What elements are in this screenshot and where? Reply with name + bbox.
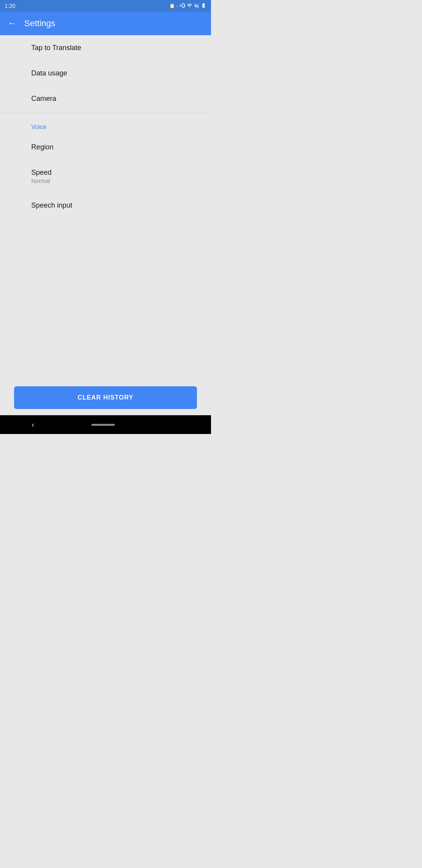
clipboard-icon: 📋 xyxy=(169,3,175,9)
back-button[interactable]: ← xyxy=(6,18,18,29)
clear-history-container: CLEAR HISTORY xyxy=(0,382,211,415)
settings-item-region[interactable]: Region xyxy=(0,135,211,160)
spacer xyxy=(0,218,211,382)
sync-icon: ◦ xyxy=(177,3,178,9)
speech-input-label: Speech input xyxy=(31,201,72,209)
page-title: Settings xyxy=(24,18,55,29)
region-label: Region xyxy=(31,143,54,151)
nav-home-indicator[interactable] xyxy=(91,424,115,426)
speed-label: Speed xyxy=(31,169,52,176)
settings-list: Tap to Translate Data usage Camera Voice… xyxy=(0,35,211,218)
app-bar: ← Settings xyxy=(0,12,211,35)
nav-bar: ‹ xyxy=(0,415,211,434)
settings-content: Tap to Translate Data usage Camera Voice… xyxy=(0,35,211,415)
battery-icon xyxy=(201,3,206,9)
speed-subtitle: Normal xyxy=(31,178,203,184)
clear-history-button[interactable]: CLEAR HISTORY xyxy=(14,386,197,409)
camera-label: Camera xyxy=(31,95,56,102)
tap-to-translate-label: Tap to Translate xyxy=(31,44,81,52)
wifi-icon xyxy=(187,3,192,9)
nav-back-button[interactable]: ‹ xyxy=(25,418,40,432)
settings-item-data-usage[interactable]: Data usage xyxy=(0,61,211,86)
status-icons: 📋 ◦ xyxy=(169,3,206,9)
status-bar: 1:20 📋 ◦ xyxy=(0,0,211,12)
settings-item-speed[interactable]: Speed Normal xyxy=(0,160,211,193)
settings-item-camera[interactable]: Camera xyxy=(0,86,211,111)
data-usage-label: Data usage xyxy=(31,69,67,77)
settings-item-speech-input[interactable]: Speech input xyxy=(0,193,211,218)
status-time: 1:20 xyxy=(5,3,15,9)
section-divider xyxy=(0,113,211,113)
voice-section-header: Voice xyxy=(0,115,211,135)
settings-item-tap-to-translate[interactable]: Tap to Translate xyxy=(0,35,211,61)
vibrate-icon xyxy=(180,3,185,9)
signal-icon xyxy=(194,3,199,9)
